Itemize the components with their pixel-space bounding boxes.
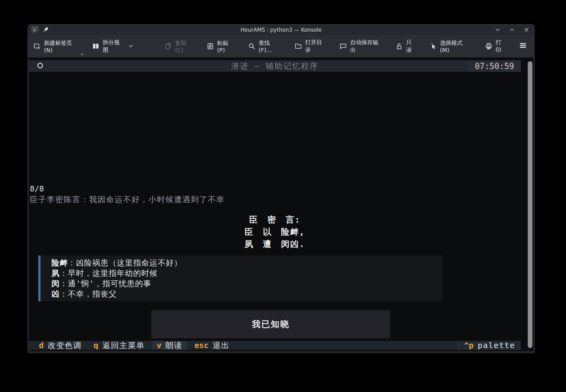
shortcut-change-theme[interactable]: d 改变色调: [35, 341, 86, 350]
find-button[interactable]: 查找(F)...: [248, 39, 282, 53]
acknowledge-button[interactable]: 我已知晓: [151, 310, 390, 338]
shortcut-palette[interactable]: ^p palette: [458, 341, 521, 350]
annotation-text: ：凶险祸患（这里指命运不好）: [68, 258, 182, 267]
shortcut-label: palette: [478, 341, 515, 350]
toolbar: 新建标签页(N) 拆分视图 复制(C) 粘贴(P): [28, 35, 535, 57]
shortcut-key: d: [39, 341, 44, 350]
split-view-label: 拆分视图: [103, 39, 124, 54]
read-only-label: 只读: [406, 39, 417, 54]
tui-app-title: 潜进 – 辅助记忆程序: [29, 60, 521, 72]
copy-label: 复制(C): [175, 39, 194, 53]
paste-button[interactable]: 粘贴(P): [207, 39, 235, 53]
scrollbar-thumb[interactable]: [528, 61, 532, 348]
verse-block: 臣 密 言: 臣 以 险衅, 夙 遭 闵凶.: [29, 213, 521, 250]
new-tab-icon: [33, 42, 41, 50]
progress-counter: 8/8: [30, 184, 44, 193]
shortcut-key: esc: [194, 341, 208, 350]
annotation-line: 闵：通'悯'，指可忧患的事: [51, 278, 442, 289]
hamburger-icon: [519, 41, 527, 50]
print-button[interactable]: 打印: [485, 39, 506, 54]
output-bubble-icon: [339, 42, 347, 50]
verse-line: 臣 密 言:: [29, 213, 521, 226]
unlock-icon: [395, 42, 403, 50]
konsole-window: HeurAMS : python3 — Konsole 新建标签页(N): [28, 24, 535, 353]
maximize-button[interactable]: [509, 27, 515, 33]
paste-label: 粘贴(P): [217, 39, 235, 53]
annotation-line: 夙：早时，这里指年幼的时候: [51, 268, 442, 278]
read-only-button[interactable]: 只读: [395, 39, 417, 54]
shortcut-key: v: [157, 341, 161, 350]
auto-save-output-label: 自动保存输出: [350, 39, 383, 54]
paste-icon: [207, 42, 214, 50]
open-directory-button[interactable]: 打开目录: [294, 39, 327, 54]
annotation-term: 凶: [51, 289, 60, 298]
select-mode-button[interactable]: 选择模式 (M): [429, 39, 472, 53]
shortcut-label: 改变色调: [48, 340, 82, 351]
copy-button: 复制(C): [164, 39, 194, 53]
shortcut-key: ^p: [464, 341, 474, 350]
verse-line: 臣 以 险衅,: [29, 226, 521, 238]
shortcut-label: 朗读: [165, 340, 182, 351]
split-view-icon: [92, 42, 100, 50]
translation-line: 臣子李密陈言：我因命运不好，小时候遭遇到了不幸: [30, 194, 225, 205]
annotation-term: 险衅: [51, 258, 68, 267]
tui-footer-bar: d 改变色调 q 返回主菜单 v 朗读 esc 退出 ^p palette: [29, 341, 521, 350]
open-directory-label: 打开目录: [305, 39, 327, 54]
verse-line: 夙 遭 闵凶.: [29, 238, 521, 250]
shortcut-exit[interactable]: esc 退出: [190, 341, 234, 350]
close-button[interactable]: [523, 27, 530, 33]
annotation-line: 险衅：凶险祸患（这里指命运不好）: [51, 258, 442, 268]
window-title: HeurAMS : python3 — Konsole: [28, 27, 535, 33]
find-label: 查找(F)...: [259, 39, 282, 53]
hamburger-menu-button[interactable]: [519, 41, 527, 51]
terminal-viewport[interactable]: 潜进 – 辅助记忆程序 07:50:59 8/8 臣子李密陈言：我因命运不好，小…: [29, 57, 533, 351]
annotation-panel: 险衅：凶险祸患（这里指命运不好） 夙：早时，这里指年幼的时候 闵：通'悯'，指可…: [38, 255, 442, 301]
copy-icon: [164, 42, 172, 50]
shortcut-label: 返回主菜单: [102, 340, 145, 351]
pin-icon[interactable]: [42, 26, 49, 33]
cursor-icon: [429, 42, 437, 50]
annotation-text: ：不幸，指丧父: [60, 289, 117, 298]
select-mode-label: 选择模式 (M): [440, 39, 472, 53]
circle-icon: [37, 63, 43, 68]
shortcut-read-aloud[interactable]: v 朗读: [152, 341, 187, 350]
titlebar[interactable]: HeurAMS : python3 — Konsole: [28, 24, 535, 35]
printer-icon: [485, 42, 493, 50]
auto-save-output-button[interactable]: 自动保存输出: [339, 39, 383, 54]
shortcut-label: 退出: [213, 340, 229, 351]
new-tab-button[interactable]: 新建标签页(N): [33, 39, 79, 53]
tui-clock: 07:50:59: [468, 60, 521, 72]
new-tab-label: 新建标签页(N): [44, 39, 79, 53]
annotation-line: 凶：不幸，指丧父: [51, 289, 442, 299]
annotation-term: 夙: [51, 269, 60, 278]
shortcut-main-menu[interactable]: q 返回主菜单: [89, 341, 149, 350]
print-label: 打印: [496, 39, 506, 54]
scrollbar[interactable]: [528, 61, 532, 348]
folder-icon: [294, 42, 302, 50]
annotation-term: 闵: [51, 279, 60, 288]
split-view-button[interactable]: 拆分视图: [92, 39, 133, 54]
minimize-button[interactable]: [494, 27, 501, 33]
search-icon: [248, 42, 256, 50]
chevron-down-icon[interactable]: [80, 52, 84, 56]
shortcut-key: q: [94, 341, 98, 350]
chevron-down-icon[interactable]: [128, 43, 133, 49]
annotation-text: ：通'悯'，指可忧患的事: [60, 279, 151, 288]
terminal-prompt-icon[interactable]: [31, 26, 39, 34]
annotation-text: ：早时，这里指年幼的时候: [60, 269, 158, 278]
tui-header-bar: 潜进 – 辅助记忆程序 07:50:59: [29, 60, 521, 72]
